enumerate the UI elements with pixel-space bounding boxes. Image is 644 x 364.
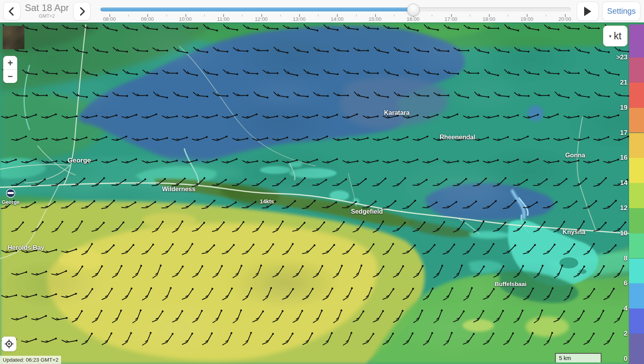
place-label: Wilderness xyxy=(162,186,195,193)
half-hour-tick xyxy=(394,15,394,17)
half-hour-tick xyxy=(356,15,357,17)
place-label: George xyxy=(2,199,20,205)
zoom-out-button[interactable]: − xyxy=(4,70,17,83)
place-label: Herolds Bay xyxy=(7,244,44,251)
legend-color-segment xyxy=(629,57,644,83)
timezone-label: GMT+2 xyxy=(21,13,72,19)
hour-tick-label: 08:00 xyxy=(103,16,116,22)
place-label: George xyxy=(67,157,91,164)
legend-tick-label: 12 xyxy=(620,204,627,212)
hour-tick-label: 20:00 xyxy=(559,16,572,22)
hour-tick-label: 15:00 xyxy=(369,16,382,22)
half-hour-tick xyxy=(204,15,205,17)
toolbar: Sat 18 Apr GMT+2 08:0009:0010:0011:0012:… xyxy=(0,0,644,22)
chevron-right-icon xyxy=(78,6,86,17)
legend-tick-label: 14 xyxy=(620,179,627,187)
half-hour-tick xyxy=(432,15,432,17)
date-display: Sat 18 Apr GMT+2 xyxy=(21,3,72,19)
hour-tick-label: 19:00 xyxy=(520,16,533,22)
zoom-in-button[interactable]: + xyxy=(4,56,17,69)
legend-tick-label: 2 xyxy=(624,330,627,338)
half-hour-tick xyxy=(318,15,318,17)
place-label: Karatara xyxy=(384,109,410,116)
hour-tick-label: 12:00 xyxy=(255,16,268,22)
half-hour-tick xyxy=(470,15,470,17)
half-hour-tick xyxy=(128,15,129,17)
hour-tick-label: 13:00 xyxy=(293,16,306,22)
half-hour-tick xyxy=(167,15,167,17)
half-hour-tick xyxy=(280,15,281,17)
play-icon xyxy=(584,7,592,16)
place-label: Knysna xyxy=(563,229,585,236)
legend-tick-label: >23 xyxy=(616,54,627,61)
legend-color-segment xyxy=(629,208,644,233)
weather-app: GeorgeKarataraRheenendalGonnaWildernessS… xyxy=(0,0,644,364)
crosshair-icon xyxy=(4,339,14,349)
updated-status: Updated: 06:23 GMT+2 xyxy=(0,356,61,364)
play-button[interactable] xyxy=(577,2,599,21)
place-label: Buffelsbaai xyxy=(495,281,527,287)
legend-tick-label: 0 xyxy=(624,355,627,363)
prev-day-button[interactable] xyxy=(3,2,20,20)
half-hour-tick xyxy=(242,15,242,17)
next-day-button[interactable] xyxy=(73,2,91,20)
map-scale-bar: 5 km xyxy=(555,353,601,362)
hour-tick-label: 16:00 xyxy=(407,16,420,22)
legend-tick-label: 10 xyxy=(620,229,627,237)
place-label: Gonna xyxy=(565,152,585,159)
legend-color-segment xyxy=(629,83,644,108)
map-zoom-control: + − xyxy=(3,56,17,83)
chevron-down-icon: ▾ xyxy=(609,33,611,39)
hour-tick-label: 10:00 xyxy=(179,16,192,22)
time-slider-fill xyxy=(100,7,413,11)
unrendered-map-tile xyxy=(3,26,24,49)
place-label: Sedgefield xyxy=(351,208,383,215)
legend-tick-label: 21 xyxy=(620,79,627,87)
map-canvas[interactable] xyxy=(0,22,644,364)
legend-color-segment xyxy=(629,283,644,309)
wind-report-label: 14kts xyxy=(260,198,274,205)
unit-dropdown[interactable]: ▾ kt xyxy=(603,26,627,46)
time-slider-track[interactable] xyxy=(100,7,571,11)
legend-tick-label: 17 xyxy=(620,129,627,137)
time-slider-handle[interactable] xyxy=(407,4,420,16)
legend-color-segment xyxy=(629,334,644,364)
legend-color-segment xyxy=(629,108,644,133)
legend-tick-label: 4 xyxy=(624,305,627,312)
hour-tick-label: 09:00 xyxy=(141,16,154,22)
legend-color-segment xyxy=(629,233,644,259)
legend-color-segment xyxy=(629,24,644,57)
legend-tick-label: 16 xyxy=(620,154,627,162)
legend-tick-label: 6 xyxy=(624,279,627,287)
half-hour-tick xyxy=(546,15,546,17)
date-label: Sat 18 Apr xyxy=(21,3,72,13)
legend-tick-label: 19 xyxy=(620,104,627,112)
legend-color-segment xyxy=(629,259,644,284)
legend-color-segment xyxy=(629,158,644,183)
legend-color-segment xyxy=(629,133,644,158)
chevron-left-icon xyxy=(7,6,16,17)
road-shield-icon xyxy=(7,189,15,197)
legend-tick-label: 8 xyxy=(624,255,627,262)
half-hour-tick xyxy=(508,15,508,17)
wind-speed-overlay xyxy=(0,22,644,364)
hour-tick-label: 11:00 xyxy=(217,16,229,22)
place-label: Rheenendal xyxy=(440,134,476,141)
unit-label: kt xyxy=(614,30,621,42)
legend-color-segment xyxy=(629,309,644,334)
hour-tick-label: 14:00 xyxy=(331,16,344,22)
hour-tick-label: 18:00 xyxy=(483,16,496,22)
settings-button[interactable]: Settings xyxy=(602,2,640,21)
legend-color-segment xyxy=(629,183,644,208)
locate-me-button[interactable] xyxy=(2,336,17,351)
hour-tick-label: 17:00 xyxy=(444,16,457,22)
